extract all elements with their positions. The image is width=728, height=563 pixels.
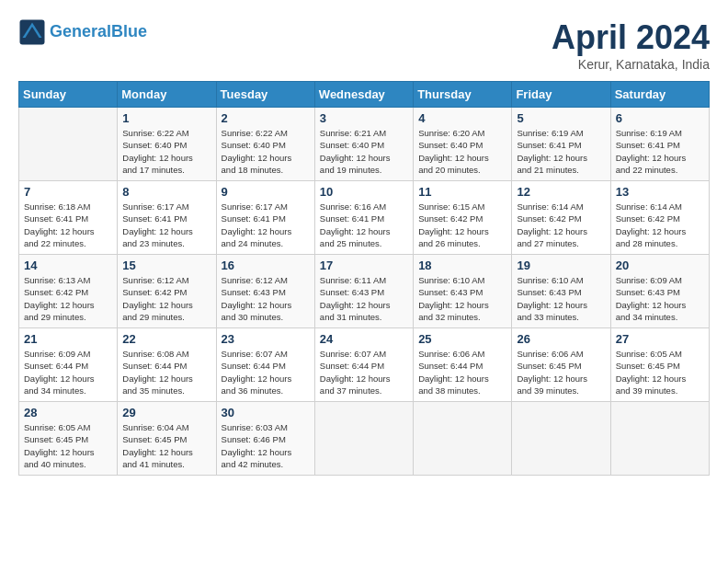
calendar-week-row: 1Sunrise: 6:22 AM Sunset: 6:40 PM Daylig… bbox=[19, 108, 710, 181]
day-number: 5 bbox=[517, 111, 605, 125]
calendar-cell: 29Sunrise: 6:04 AM Sunset: 6:45 PM Dayli… bbox=[118, 402, 216, 476]
day-info: Sunrise: 6:19 AM Sunset: 6:41 PM Dayligh… bbox=[616, 127, 704, 176]
day-number: 8 bbox=[122, 185, 210, 199]
day-header-sunday: Sunday bbox=[19, 82, 118, 108]
calendar-cell: 15Sunrise: 6:12 AM Sunset: 6:42 PM Dayli… bbox=[118, 255, 216, 328]
calendar-cell: 10Sunrise: 6:16 AM Sunset: 6:41 PM Dayli… bbox=[314, 181, 413, 255]
day-info: Sunrise: 6:17 AM Sunset: 6:41 PM Dayligh… bbox=[122, 201, 210, 249]
calendar-cell: 14Sunrise: 6:13 AM Sunset: 6:42 PM Dayli… bbox=[19, 255, 118, 328]
day-number: 4 bbox=[418, 111, 506, 125]
calendar-cell: 25Sunrise: 6:06 AM Sunset: 6:44 PM Dayli… bbox=[414, 328, 512, 402]
day-number: 24 bbox=[320, 332, 408, 346]
calendar-cell: 30Sunrise: 6:03 AM Sunset: 6:46 PM Dayli… bbox=[216, 402, 314, 476]
day-number: 25 bbox=[418, 332, 506, 346]
calendar-cell: 18Sunrise: 6:10 AM Sunset: 6:43 PM Dayli… bbox=[414, 255, 512, 328]
day-info: Sunrise: 6:03 AM Sunset: 6:46 PM Dayligh… bbox=[222, 421, 310, 470]
calendar-cell bbox=[19, 108, 118, 181]
day-number: 22 bbox=[122, 332, 210, 346]
calendar-cell: 24Sunrise: 6:07 AM Sunset: 6:44 PM Dayli… bbox=[314, 328, 413, 402]
day-info: Sunrise: 6:15 AM Sunset: 6:42 PM Dayligh… bbox=[418, 201, 506, 249]
logo-icon bbox=[18, 18, 46, 46]
day-info: Sunrise: 6:06 AM Sunset: 6:44 PM Dayligh… bbox=[418, 348, 506, 396]
day-number: 13 bbox=[616, 185, 704, 199]
day-number: 18 bbox=[418, 259, 506, 272]
day-info: Sunrise: 6:12 AM Sunset: 6:43 PM Dayligh… bbox=[222, 274, 310, 323]
calendar-cell bbox=[512, 402, 610, 476]
calendar-cell: 9Sunrise: 6:17 AM Sunset: 6:41 PM Daylig… bbox=[216, 181, 314, 255]
day-header-saturday: Saturday bbox=[610, 82, 709, 108]
location-subtitle: Kerur, Karnataka, India bbox=[552, 57, 710, 72]
day-header-wednesday: Wednesday bbox=[314, 82, 413, 108]
calendar-cell: 12Sunrise: 6:14 AM Sunset: 6:42 PM Dayli… bbox=[512, 181, 610, 255]
calendar-cell: 26Sunrise: 6:06 AM Sunset: 6:45 PM Dayli… bbox=[512, 328, 610, 402]
day-info: Sunrise: 6:09 AM Sunset: 6:44 PM Dayligh… bbox=[24, 348, 112, 396]
day-info: Sunrise: 6:19 AM Sunset: 6:41 PM Dayligh… bbox=[517, 127, 605, 176]
day-info: Sunrise: 6:17 AM Sunset: 6:41 PM Dayligh… bbox=[222, 201, 310, 249]
day-info: Sunrise: 6:07 AM Sunset: 6:44 PM Dayligh… bbox=[222, 348, 310, 396]
day-info: Sunrise: 6:20 AM Sunset: 6:40 PM Dayligh… bbox=[418, 127, 506, 176]
day-info: Sunrise: 6:18 AM Sunset: 6:41 PM Dayligh… bbox=[24, 201, 112, 249]
calendar-cell: 28Sunrise: 6:05 AM Sunset: 6:45 PM Dayli… bbox=[19, 402, 118, 476]
day-header-friday: Friday bbox=[512, 82, 610, 108]
day-number: 29 bbox=[122, 406, 210, 419]
day-number: 10 bbox=[320, 185, 408, 199]
day-info: Sunrise: 6:16 AM Sunset: 6:41 PM Dayligh… bbox=[320, 201, 408, 249]
logo-line2: Blue bbox=[111, 22, 147, 40]
day-number: 30 bbox=[222, 406, 310, 419]
title-block: April 2024 Kerur, Karnataka, India bbox=[552, 18, 710, 72]
calendar-cell: 3Sunrise: 6:21 AM Sunset: 6:40 PM Daylig… bbox=[314, 108, 413, 181]
logo-text: GeneralBlue bbox=[50, 23, 147, 41]
day-info: Sunrise: 6:14 AM Sunset: 6:42 PM Dayligh… bbox=[517, 201, 605, 249]
calendar-cell: 8Sunrise: 6:17 AM Sunset: 6:41 PM Daylig… bbox=[118, 181, 216, 255]
day-header-monday: Monday bbox=[118, 82, 216, 108]
calendar-week-row: 14Sunrise: 6:13 AM Sunset: 6:42 PM Dayli… bbox=[19, 255, 710, 328]
day-number: 26 bbox=[517, 332, 605, 346]
calendar-cell: 21Sunrise: 6:09 AM Sunset: 6:44 PM Dayli… bbox=[19, 328, 118, 402]
day-header-tuesday: Tuesday bbox=[216, 82, 314, 108]
day-number: 14 bbox=[24, 259, 112, 272]
day-number: 28 bbox=[24, 406, 112, 419]
day-number: 1 bbox=[122, 111, 210, 125]
calendar-cell: 4Sunrise: 6:20 AM Sunset: 6:40 PM Daylig… bbox=[414, 108, 512, 181]
day-number: 6 bbox=[616, 111, 704, 125]
day-header-thursday: Thursday bbox=[414, 82, 512, 108]
day-info: Sunrise: 6:12 AM Sunset: 6:42 PM Dayligh… bbox=[122, 274, 210, 323]
calendar-week-row: 28Sunrise: 6:05 AM Sunset: 6:45 PM Dayli… bbox=[19, 402, 710, 476]
calendar-cell bbox=[414, 402, 512, 476]
calendar-table: SundayMondayTuesdayWednesdayThursdayFrid… bbox=[18, 81, 710, 476]
day-number: 12 bbox=[517, 185, 605, 199]
day-info: Sunrise: 6:04 AM Sunset: 6:45 PM Dayligh… bbox=[122, 421, 210, 470]
calendar-cell: 19Sunrise: 6:10 AM Sunset: 6:43 PM Dayli… bbox=[512, 255, 610, 328]
page-header: GeneralBlue April 2024 Kerur, Karnataka,… bbox=[18, 18, 710, 72]
day-number: 23 bbox=[222, 332, 310, 346]
day-info: Sunrise: 6:11 AM Sunset: 6:43 PM Dayligh… bbox=[320, 274, 408, 323]
day-number: 27 bbox=[616, 332, 704, 346]
calendar-cell: 27Sunrise: 6:05 AM Sunset: 6:45 PM Dayli… bbox=[610, 328, 709, 402]
day-number: 2 bbox=[222, 111, 310, 125]
day-number: 7 bbox=[24, 185, 112, 199]
calendar-cell bbox=[610, 402, 709, 476]
calendar-cell: 17Sunrise: 6:11 AM Sunset: 6:43 PM Dayli… bbox=[314, 255, 413, 328]
calendar-header-row: SundayMondayTuesdayWednesdayThursdayFrid… bbox=[19, 82, 710, 108]
calendar-cell: 1Sunrise: 6:22 AM Sunset: 6:40 PM Daylig… bbox=[118, 108, 216, 181]
day-info: Sunrise: 6:07 AM Sunset: 6:44 PM Dayligh… bbox=[320, 348, 408, 396]
day-number: 9 bbox=[222, 185, 310, 199]
day-info: Sunrise: 6:13 AM Sunset: 6:42 PM Dayligh… bbox=[24, 274, 112, 323]
month-title: April 2024 bbox=[552, 18, 710, 57]
day-number: 3 bbox=[320, 111, 408, 125]
day-info: Sunrise: 6:21 AM Sunset: 6:40 PM Dayligh… bbox=[320, 127, 408, 176]
calendar-cell: 23Sunrise: 6:07 AM Sunset: 6:44 PM Dayli… bbox=[216, 328, 314, 402]
day-info: Sunrise: 6:22 AM Sunset: 6:40 PM Dayligh… bbox=[222, 127, 310, 176]
day-info: Sunrise: 6:10 AM Sunset: 6:43 PM Dayligh… bbox=[418, 274, 506, 323]
logo: GeneralBlue bbox=[18, 18, 147, 46]
calendar-cell: 22Sunrise: 6:08 AM Sunset: 6:44 PM Dayli… bbox=[118, 328, 216, 402]
calendar-cell: 5Sunrise: 6:19 AM Sunset: 6:41 PM Daylig… bbox=[512, 108, 610, 181]
logo-line1: General bbox=[50, 22, 111, 40]
day-number: 21 bbox=[24, 332, 112, 346]
calendar-cell: 20Sunrise: 6:09 AM Sunset: 6:43 PM Dayli… bbox=[610, 255, 709, 328]
day-number: 20 bbox=[616, 259, 704, 272]
calendar-cell: 11Sunrise: 6:15 AM Sunset: 6:42 PM Dayli… bbox=[414, 181, 512, 255]
calendar-week-row: 7Sunrise: 6:18 AM Sunset: 6:41 PM Daylig… bbox=[19, 181, 710, 255]
calendar-cell bbox=[314, 402, 413, 476]
day-number: 15 bbox=[122, 259, 210, 272]
